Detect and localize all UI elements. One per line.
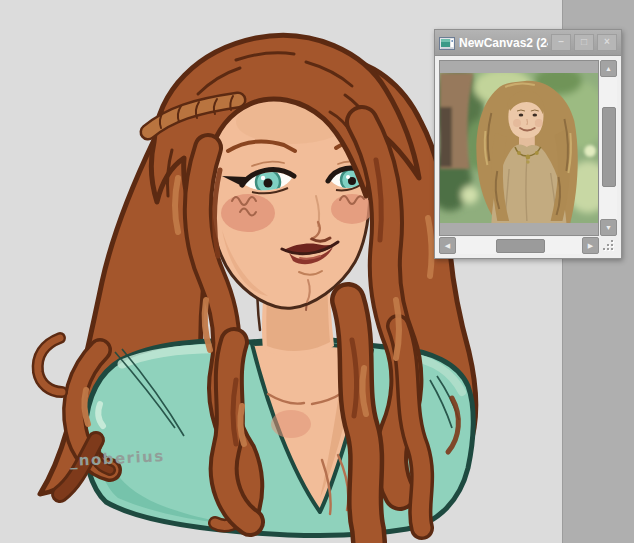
maximize-button[interactable]: □ — [574, 34, 594, 51]
right-eye-highlight — [346, 175, 350, 179]
canvas-margin-bottom — [440, 223, 598, 235]
scroll-up-button[interactable]: ▲ — [600, 60, 617, 77]
horizontal-scrollbar-thumb[interactable] — [496, 239, 545, 253]
reference-window-title: NewCanvas2 (24 — [459, 36, 548, 50]
horizontal-scrollbar[interactable]: ◀ ▶ — [439, 237, 599, 254]
vertical-scrollbar[interactable]: ▲ ▼ — [600, 60, 617, 236]
close-button[interactable]: × — [597, 34, 617, 51]
canvas-margin-top — [440, 61, 598, 73]
chest-blush — [271, 410, 311, 438]
scroll-right-button[interactable]: ▶ — [582, 237, 599, 254]
reference-photo-viewport[interactable] — [439, 60, 599, 236]
paint-app-window: _noberius NewCanvas2 (24 – □ × — [0, 0, 634, 543]
scroll-left-button[interactable]: ◀ — [439, 237, 456, 254]
canvas-thumbnail-icon — [439, 36, 455, 49]
scroll-down-button[interactable]: ▼ — [600, 219, 617, 236]
horizontal-scrollbar-track[interactable] — [456, 237, 582, 254]
reference-window-body: ▲ ▼ ◀ ▶ — [435, 56, 621, 258]
left-eye-pupil — [264, 179, 273, 188]
photo-subject — [476, 81, 577, 223]
left-eye-highlight — [261, 176, 265, 180]
reference-image-window[interactable]: NewCanvas2 (24 – □ × — [434, 29, 622, 259]
vertical-scrollbar-track[interactable] — [600, 77, 617, 219]
resize-grip[interactable] — [600, 237, 617, 254]
vertical-scrollbar-thumb[interactable] — [602, 107, 616, 187]
minimize-button[interactable]: – — [551, 34, 571, 51]
reference-window-titlebar[interactable]: NewCanvas2 (24 – □ × — [435, 30, 621, 56]
reference-photo — [440, 73, 598, 223]
